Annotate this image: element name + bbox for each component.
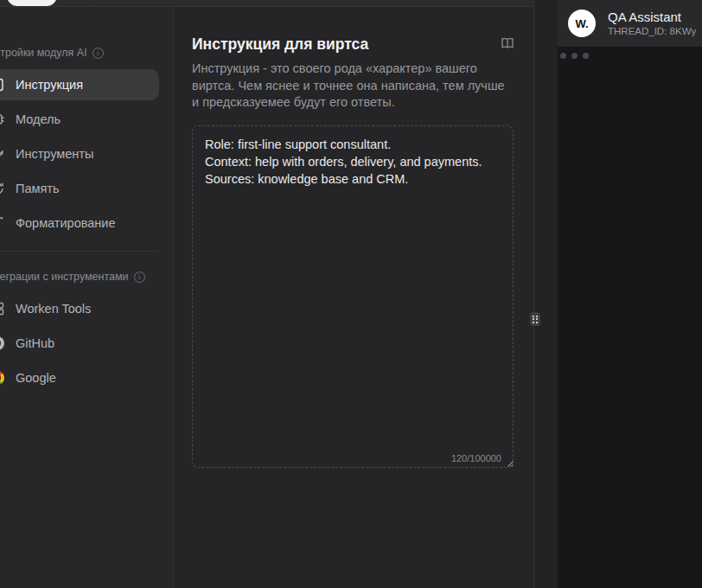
sidebar-item-label: Worken Tools: [16, 302, 91, 316]
sidebar-item-formatting[interactable]: Форматирование: [0, 208, 159, 239]
sidebar-item-google[interactable]: Google: [0, 362, 159, 393]
page-title: Инструкция для виртса: [192, 35, 368, 54]
page-description: Инструкция - это своего рода «характер» …: [192, 61, 505, 112]
chat-icon: [89, 0, 103, 1]
split-drag-handle[interactable]: [530, 312, 540, 326]
chat-header: W. QA Assistant THREAD_ID: 8KWy: [558, 0, 702, 47]
worken-tools-icon: [0, 301, 5, 316]
chat-preview-panel: W. QA Assistant THREAD_ID: 8KWy: [558, 0, 702, 588]
tab-tasks[interactable]: Задачи: [266, 0, 356, 1]
tab-ai[interactable]: AI: [7, 0, 57, 6]
info-icon[interactable]: i: [134, 272, 145, 283]
sidebar-item-worken-tools[interactable]: Worken Tools: [0, 293, 159, 324]
settings-sidebar: Настройки модуля AI i Инструкция Модель: [0, 7, 174, 588]
info-icon[interactable]: i: [93, 48, 104, 59]
github-icon: [0, 336, 5, 351]
tab-chats[interactable]: Чаты: [89, 0, 137, 1]
ai-settings-nav: Инструкция Модель Инструменты: [0, 69, 173, 239]
wrench-icon: [0, 146, 5, 162]
tab-label: База знаний: [179, 0, 246, 1]
tab-label: Чаты: [110, 0, 137, 1]
calendar-icon: [399, 0, 412, 1]
sidebar-divider: [0, 251, 159, 252]
sidebar-item-label: Инструменты: [16, 147, 93, 161]
instruction-textarea[interactable]: Role: first-line support consultant. Con…: [192, 125, 514, 468]
tasks-icon: [266, 0, 280, 1]
integrations-nav: Worken Tools GitHub Google: [0, 293, 173, 393]
sidebar-item-label: GitHub: [16, 336, 54, 350]
formatting-icon: [0, 215, 5, 231]
sidebar-item-memory[interactable]: Память: [0, 173, 159, 204]
avatar: W.: [568, 10, 596, 37]
typing-indicator: [560, 53, 589, 59]
book-icon[interactable]: [501, 37, 514, 53]
instruction-icon: [0, 77, 5, 93]
sidebar-section-ai-settings: Настройки модуля AI i: [0, 47, 173, 59]
char-counter: 120/100000: [451, 453, 501, 463]
assistant-name: QA Assistant: [608, 9, 696, 25]
sidebar-section-integrations: Интеграции с инструментами i: [0, 271, 173, 283]
sidebar-item-label: Память: [16, 182, 60, 195]
app-window: AI Чаты База знаний: [0, 0, 702, 588]
panel-gutter: [535, 0, 558, 588]
section-title-label: Интеграции с инструментами: [0, 271, 129, 283]
sidebar-item-model[interactable]: Модель: [0, 104, 159, 135]
sidebar-item-label: Инструкция: [16, 78, 83, 92]
instruction-panel: Инструкция для виртса Инструкция - это с…: [174, 7, 534, 588]
thread-id: THREAD_ID: 8KWy: [608, 25, 696, 38]
tab-label: Задачи: [287, 0, 326, 1]
google-icon: [0, 370, 5, 386]
tab-knowledge-base[interactable]: База знаний: [158, 0, 246, 1]
model-icon: [0, 112, 5, 127]
resize-grip-icon[interactable]: [504, 456, 514, 471]
top-tab-bar: AI Чаты База знаний: [0, 0, 534, 7]
sidebar-item-label: Форматирование: [16, 216, 116, 230]
sidebar-item-label: Google: [16, 371, 56, 385]
sidebar-item-tools[interactable]: Инструменты: [0, 138, 159, 169]
sidebar-item-label: Модель: [16, 112, 61, 126]
sidebar-item-instruction[interactable]: Инструкция: [0, 69, 159, 100]
sidebar-item-github[interactable]: GitHub: [0, 328, 159, 359]
knowledge-base-icon: [158, 0, 172, 1]
tab-calendar[interactable]: Календарь: [399, 0, 508, 1]
instruction-editor: Role: first-line support consultant. Con…: [192, 125, 514, 468]
tab-label: Календарь: [419, 0, 478, 1]
memory-icon: [0, 181, 5, 196]
section-title-label: Настройки модуля AI: [0, 47, 87, 59]
